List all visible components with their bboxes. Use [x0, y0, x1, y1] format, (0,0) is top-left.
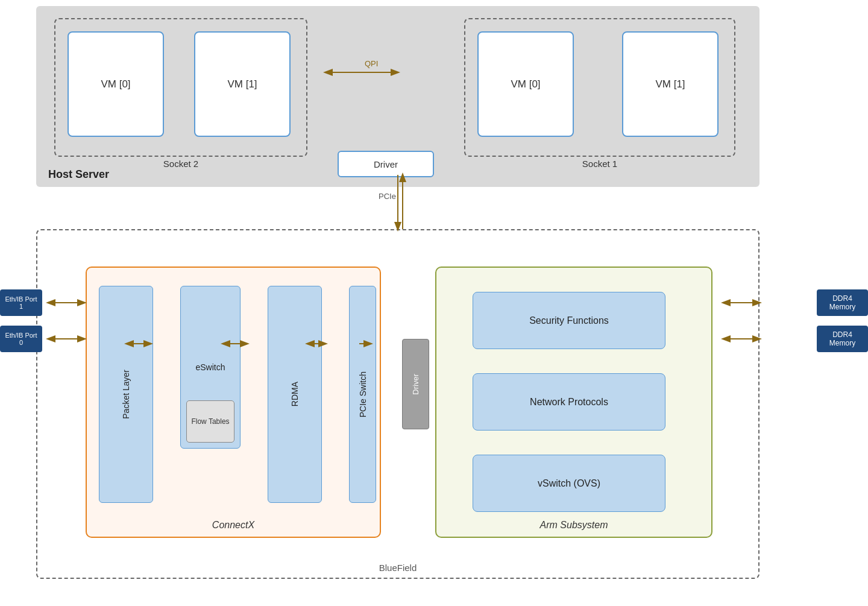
host-server-container: VM [0] VM [1] Socket 2 VM [0] VM [1] Soc… [36, 6, 760, 187]
vswitch-ovs: vSwitch (OVS) [473, 455, 665, 512]
socket1-label: Socket 1 [582, 159, 617, 169]
socket2-vm0: VM [0] [68, 31, 164, 137]
ddr4-memory-2: DDR4 Memory [817, 326, 868, 352]
eth-ib-port0: Eth/IB Port 0 [0, 326, 42, 352]
bluefield-outer: Packet Layer eSwitch Flow Tables RDMA PC… [36, 229, 760, 579]
eth-ib-port1: Eth/IB Port 1 [0, 289, 42, 316]
pcie-switch: PCIe Switch [349, 286, 376, 503]
arm-subsystem-label: Arm Subsystem [540, 520, 608, 531]
bluefield-driver: Driver [402, 339, 429, 429]
connectx-label: ConnectX [212, 520, 254, 531]
packet-layer: Packet Layer [99, 286, 153, 503]
ddr4-memory-1: DDR4 Memory [817, 289, 868, 316]
arm-subsystem-box: Security Functions Network Protocols vSw… [435, 267, 712, 538]
pcie-label: PCIe [379, 192, 396, 201]
host-server-label: Host Server [48, 168, 109, 181]
rdma: RDMA [268, 286, 322, 503]
qpi-label: QPI [365, 59, 378, 68]
host-driver: Driver [338, 151, 434, 177]
socket1-container: VM [0] VM [1] Socket 1 [464, 18, 735, 157]
socket2-container: VM [0] VM [1] Socket 2 [54, 18, 307, 157]
socket1-vm0: VM [0] [477, 31, 574, 137]
connectx-box: Packet Layer eSwitch Flow Tables RDMA PC… [86, 267, 381, 538]
socket1-vm1: VM [1] [622, 31, 719, 137]
socket2-vm1: VM [1] [194, 31, 291, 137]
bluefield-label: BlueField [379, 563, 417, 573]
security-functions: Security Functions [473, 292, 665, 349]
network-protocols: Network Protocols [473, 373, 665, 431]
socket2-label: Socket 2 [163, 159, 198, 169]
flow-tables: Flow Tables [186, 400, 234, 443]
